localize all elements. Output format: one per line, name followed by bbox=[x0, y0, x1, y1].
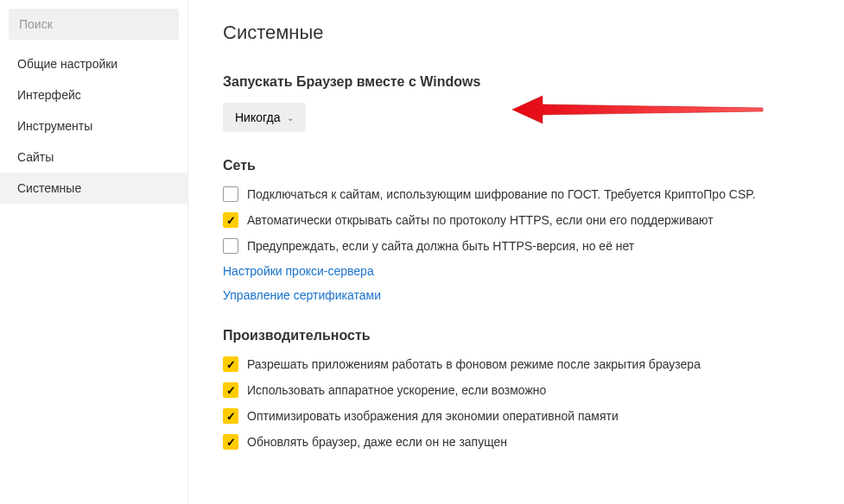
sidebar: Поиск Общие настройки Интерфейс Инструме… bbox=[0, 0, 188, 504]
dropdown-value: Никогда bbox=[235, 110, 280, 124]
network-option-https-auto: Автоматически открывать сайты по протоко… bbox=[223, 212, 809, 228]
main-content: Системные Запускать Браузер вместе с Win… bbox=[188, 0, 844, 504]
checkbox[interactable] bbox=[223, 382, 238, 398]
checkbox[interactable] bbox=[223, 212, 238, 228]
sidebar-item-interface[interactable]: Интерфейс bbox=[0, 79, 187, 110]
checkbox-label: Подключаться к сайтам, использующим шифр… bbox=[247, 187, 756, 201]
startup-dropdown[interactable]: Никогда ⌄ bbox=[223, 103, 306, 132]
checkbox[interactable] bbox=[223, 356, 238, 372]
checkbox[interactable] bbox=[223, 238, 238, 254]
search-input[interactable]: Поиск bbox=[9, 9, 179, 40]
checkbox[interactable] bbox=[223, 434, 238, 450]
performance-heading: Производительность bbox=[223, 328, 809, 343]
checkbox[interactable] bbox=[223, 408, 238, 424]
network-option-https-warn: Предупреждать, если у сайта должна быть … bbox=[223, 238, 809, 254]
sidebar-item-sites[interactable]: Сайты bbox=[0, 142, 187, 173]
sidebar-item-tools[interactable]: Инструменты bbox=[0, 110, 187, 142]
chevron-down-icon: ⌄ bbox=[287, 113, 294, 123]
checkbox-label: Предупреждать, если у сайта должна быть … bbox=[247, 239, 634, 253]
perf-option-update: Обновлять браузер, даже если он не запущ… bbox=[223, 434, 809, 450]
checkbox[interactable] bbox=[223, 186, 238, 202]
perf-option-hardware: Использовать аппаратное ускорение, если … bbox=[223, 382, 809, 398]
annotation-arrow bbox=[512, 92, 771, 127]
checkbox-label: Разрешать приложениям работать в фоновом… bbox=[247, 357, 701, 371]
perf-option-optimize-images: Оптимизировать изображения для экономии … bbox=[223, 408, 809, 424]
certificates-link[interactable]: Управление сертификатами bbox=[223, 288, 809, 302]
perf-option-background: Разрешать приложениям работать в фоновом… bbox=[223, 356, 809, 372]
proxy-settings-link[interactable]: Настройки прокси-сервера bbox=[223, 264, 809, 278]
checkbox-label: Автоматически открывать сайты по протоко… bbox=[247, 213, 714, 227]
checkbox-label: Обновлять браузер, даже если он не запущ… bbox=[247, 435, 507, 449]
network-heading: Сеть bbox=[223, 158, 809, 173]
sidebar-item-general[interactable]: Общие настройки bbox=[0, 48, 187, 79]
sidebar-item-system[interactable]: Системные bbox=[0, 173, 187, 204]
checkbox-label: Оптимизировать изображения для экономии … bbox=[247, 409, 619, 423]
svg-marker-0 bbox=[512, 96, 763, 123]
startup-heading: Запускать Браузер вместе с Windows bbox=[223, 74, 809, 90]
network-option-gost: Подключаться к сайтам, использующим шифр… bbox=[223, 186, 809, 202]
checkbox-label: Использовать аппаратное ускорение, если … bbox=[247, 383, 546, 397]
page-title: Системные bbox=[223, 22, 809, 44]
